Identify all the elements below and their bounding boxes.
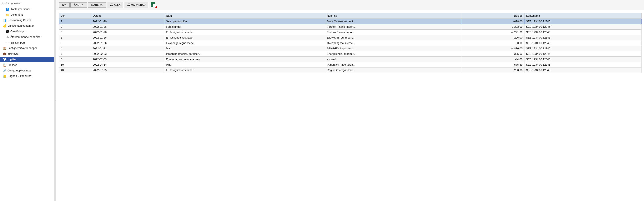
radera-button[interactable]: RADERA xyxy=(88,2,106,8)
table-row[interactable]: 12022-01-20Skatt pension/lönSkatt för in… xyxy=(59,19,642,24)
table-row[interactable]: 82022-02-03Eget uttag av huvudmannenasda… xyxy=(59,57,642,62)
table-row[interactable]: 52022-01-26El, fastighetskostnaderEllevi… xyxy=(59,35,642,40)
cell-kontonamn: SEB 1234 00 12345 xyxy=(524,46,641,51)
printer-icon: 🖨 xyxy=(127,3,130,7)
sidebar-item-label: Redovisning Period xyxy=(8,18,31,22)
markerad-button-label: MARKERAD xyxy=(131,4,146,6)
sidebar-item-kontaktpersoner[interactable]: 👥Kontaktpersoner xyxy=(0,6,54,12)
bank-import-icon: — xyxy=(6,41,9,44)
cell-datum: 2022-01-20 xyxy=(91,19,164,24)
sidebar-item-fastigheter-v-rdepapper[interactable]: 🏠Fastigheter/värdepapper xyxy=(0,46,54,51)
cell-namn: Mat xyxy=(164,62,325,68)
col-header-notering: Notering xyxy=(325,13,461,19)
sidebar-item--terkommande-h-ndelser[interactable]: ♻Återkommande händelser xyxy=(0,34,54,40)
sidebar-item-utgifter[interactable]: 💸Utgifter xyxy=(0,57,54,62)
col-header-datum: Datum xyxy=(91,13,164,19)
andra-button[interactable]: ÄNDRA xyxy=(70,2,87,8)
cell-belopp: -678,00 xyxy=(461,19,524,24)
toolbar: NYÄNDRARADERA🖨ALLA🖨MARKERAD X xyxy=(56,0,644,10)
table-row[interactable]: 32022-01-26El, fastighetskostnaderFortno… xyxy=(59,30,642,35)
sidebar-divider[interactable]: ⋮ xyxy=(54,0,56,201)
main-content: NYÄNDRARADERA🖨ALLA🖨MARKERAD X VerDatumNa… xyxy=(56,0,644,201)
cell-namn: Fickpengar/egna medel xyxy=(164,40,325,46)
sidebar-item-icon: 📊 xyxy=(3,18,6,22)
cell-ver: 2 xyxy=(59,24,91,30)
col-header-belopp: Belopp xyxy=(461,13,524,19)
cell-namn: Försäkringar xyxy=(164,24,325,30)
cell-datum: 2022-01-26 xyxy=(91,40,164,46)
sidebar-item-label: Inkomster xyxy=(8,52,19,56)
cell-datum: 2022-07-25 xyxy=(91,68,164,73)
col-header-ver: Ver xyxy=(59,13,91,19)
sidebar-item-redovisning-period[interactable]: 📊Redovisning Period xyxy=(0,18,54,23)
cell-kontonamn: SEB 1234 00 12345 xyxy=(524,51,641,57)
cell-belopp: -200,00 xyxy=(461,68,524,73)
cell-namn: Eget uttag av huvudmannen xyxy=(164,57,325,62)
cell-kontonamn: SEB 1234 00 12345 xyxy=(524,30,641,35)
ny-button[interactable]: NY xyxy=(59,2,70,8)
cell-ver: 4 xyxy=(59,46,91,51)
sidebar-item-dokument[interactable]: 📁Dokument xyxy=(0,12,54,18)
alla-button[interactable]: 🖨ALLA xyxy=(107,2,123,8)
cell-datum: 2022-02-03 xyxy=(91,57,164,62)
table-row[interactable]: 42022-01-31MatSTH-HEM Importerad...-4 83… xyxy=(59,46,642,51)
table-row[interactable]: 72022-02-03Inredning (möbler, gardiner..… xyxy=(59,51,642,57)
cell-datum: 2022-01-26 xyxy=(91,24,164,30)
sidebar: Andra uppgifter👥Kontaktpersoner📁Dokument… xyxy=(0,0,54,201)
table-row[interactable]: 22022-01-26FörsäkringarFortnox Finans Im… xyxy=(59,24,642,30)
sidebar-item-bankkonton-kontanter[interactable]: 💰Bankkonton/kontanter xyxy=(0,23,54,29)
cell-belopp: -44,00 xyxy=(461,57,524,62)
sidebar-item-icon: 📁 xyxy=(6,13,9,17)
sidebar-item--vriga-upplysningar[interactable]: 🔗Övriga upplysningar xyxy=(0,68,54,74)
cell-ver: 8 xyxy=(59,57,91,62)
cell-kontonamn: SEB 1234 00 12345 xyxy=(524,24,641,30)
cell-namn: El, fastighetskostnader xyxy=(164,35,325,40)
cell-namn: El, fastighetskostnader xyxy=(164,30,325,35)
cell-ver: 9 xyxy=(59,40,91,46)
cell-notering: Pärlan Ica Importerad... xyxy=(325,62,461,68)
sidebar-item-icon: ♻ xyxy=(6,35,9,39)
col-header-namn: Namn xyxy=(164,13,325,19)
table-header: VerDatumNamnNoteringBeloppKontonamn xyxy=(59,13,642,19)
cell-namn: El, fastighetskostnader xyxy=(164,68,325,73)
markerad-button[interactable]: 🖨MARKERAD xyxy=(124,2,148,8)
cell-datum: 2022-01-26 xyxy=(91,35,164,40)
table-row[interactable]: 92022-01-26Fickpengar/egna medelÖverföri… xyxy=(59,40,642,46)
cell-notering: Skatt för inkomst verif... xyxy=(325,19,461,24)
sidebar-item-icon: 🖼 xyxy=(6,30,9,33)
cell-notering: Överföring via interne... xyxy=(325,40,461,46)
cell-notering: STH-HEM Importerad... xyxy=(325,46,461,51)
alla-button-label: ALLA xyxy=(114,4,120,6)
cell-notering: Energikunds. Importer... xyxy=(325,51,461,57)
cell-ver: 40 xyxy=(59,68,91,73)
sidebar-item-icon: 🔗 xyxy=(3,69,6,72)
sidebar-item-label: Kontaktpersoner xyxy=(10,7,30,12)
sidebar-item-inkomster[interactable]: 💼Inkomster xyxy=(0,51,54,57)
table-container: VerDatumNamnNoteringBeloppKontonamn 1202… xyxy=(56,10,644,201)
sidebar-item-label: Skulder xyxy=(8,63,17,67)
sidebar-item-icon: 📋 xyxy=(3,63,6,67)
cell-ver: 5 xyxy=(59,35,91,40)
sidebar-item-label: Dagbok & körjournal xyxy=(8,74,32,78)
sidebar-item--verf-ringar[interactable]: 🖼Överföringar xyxy=(0,29,54,34)
excel-export-button[interactable]: X xyxy=(150,2,157,8)
cell-kontonamn: SEB 1234 00 12345 xyxy=(524,35,641,40)
sidebar-item-label: Utgifter xyxy=(8,57,16,62)
table-row[interactable]: 402022-07-25El, fastighetskostnaderRegio… xyxy=(59,68,642,73)
cell-kontonamn: SEB 1234 00 12345 xyxy=(524,19,641,24)
sidebar-section-text: Andra uppgifter xyxy=(2,2,20,6)
cell-kontonamn: SEB 1234 00 12345 xyxy=(524,68,641,73)
cell-belopp: -575,39 xyxy=(461,62,524,68)
sidebar-item-icon: 🏠 xyxy=(3,46,6,50)
table-row[interactable]: 102022-04-14MatPärlan Ica Importerad...-… xyxy=(59,62,642,68)
sidebar-item-bank-import[interactable]: —Bank import xyxy=(0,40,54,46)
cell-belopp: -30,00 xyxy=(461,40,524,46)
cell-notering: Ellevio AB (pu Import... xyxy=(325,35,461,40)
cell-belopp: -206,00 xyxy=(461,35,524,40)
cell-ver: 10 xyxy=(59,62,91,68)
sidebar-item-skulder[interactable]: 📋Skulder xyxy=(0,62,54,68)
cell-namn: Inredning (möbler, gardiner... xyxy=(164,51,325,57)
sidebar-item-label: Överföringar xyxy=(10,29,26,34)
sidebar-item-dagbok---k-rjournal[interactable]: 📒Dagbok & körjournal xyxy=(0,73,54,79)
cell-datum: 2022-01-26 xyxy=(91,30,164,35)
